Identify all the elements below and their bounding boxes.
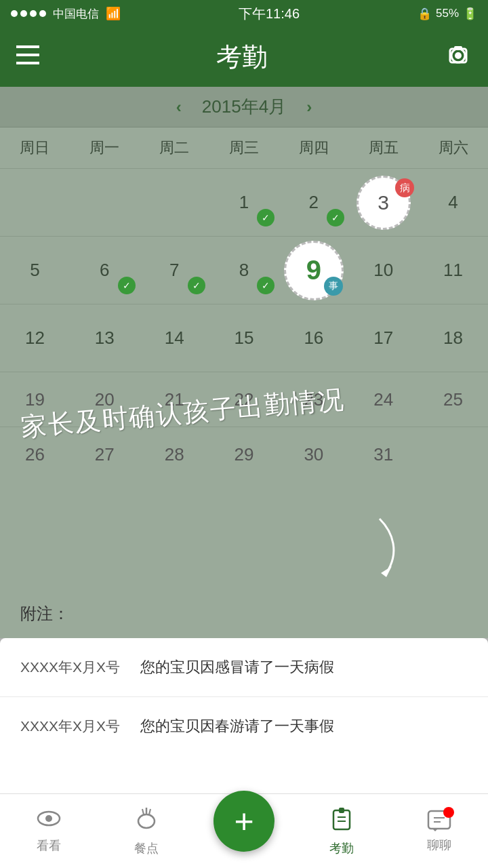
weekday-wed: 周三 — [209, 127, 279, 168]
annotation-label: 附注： — [20, 604, 69, 623]
weekday-thu: 周四 — [279, 127, 348, 168]
status-right: 🔒 55% 🔋 — [418, 7, 477, 21]
svg-rect-1 — [16, 54, 39, 56]
camera-button[interactable] — [445, 43, 472, 71]
calendar-day-10[interactable]: 10 — [348, 237, 418, 304]
calendar-day-15[interactable]: 15 — [209, 304, 279, 372]
check-badge-1: ✓ — [257, 209, 274, 226]
note-content-2: 您的宝贝因春游请了一天事假 — [140, 716, 334, 736]
svg-point-10 — [138, 814, 155, 828]
chat-badge — [443, 807, 454, 818]
calendar-day-17[interactable]: 17 — [348, 304, 418, 372]
calendar-day-3[interactable]: 3 病 — [348, 169, 418, 237]
calendar-day-6[interactable]: 6 ✓ — [70, 237, 140, 304]
weekday-header: 周日 周一 周二 周三 周四 周五 周六 — [0, 127, 488, 169]
calendar-cell-empty — [0, 169, 70, 237]
nav-fab[interactable]: + — [195, 811, 293, 852]
nav-item-kaoqin[interactable]: 考勤 — [293, 806, 390, 856]
svg-point-4 — [455, 52, 462, 59]
calendar-day-11[interactable]: 11 — [418, 237, 488, 304]
page-title: 考勤 — [216, 40, 268, 75]
calendar-day-5[interactable]: 5 — [0, 237, 70, 304]
sick-badge-3: 病 — [395, 178, 414, 197]
check-badge-7: ✓ — [188, 277, 205, 294]
attendance-icon — [331, 806, 352, 836]
svg-rect-6 — [454, 46, 462, 50]
svg-line-13 — [149, 809, 150, 814]
check-badge-8: ✓ — [257, 277, 274, 294]
handwriting-section: 19 20 21 22 23 24 25 26 27 28 29 30 31 家… — [0, 372, 488, 589]
week-2: 5 6 ✓ 7 ✓ 8 ✓ 9 事 10 11 — [0, 237, 488, 304]
note-item-2[interactable]: XXXX年X月X号 您的宝贝因春游请了一天事假 — [0, 697, 488, 755]
note-item-1[interactable]: XXXX年X月X号 您的宝贝因感冒请了一天病假 — [0, 638, 488, 697]
svg-rect-14 — [333, 810, 350, 829]
plus-icon: + — [234, 804, 253, 838]
arrow-annotation — [352, 512, 407, 583]
calendar-day-9[interactable]: 9 事 — [279, 237, 348, 304]
svg-line-12 — [142, 809, 144, 814]
calendar-day-25[interactable]: 25 — [418, 372, 488, 427]
calendar: 周日 周一 周二 周三 周四 周五 周六 1 ✓ 2 ✓ 3 病 4 — [0, 127, 488, 372]
carrier-label: 中国电信 — [53, 6, 99, 22]
calendar-day-29[interactable]: 29 — [209, 427, 279, 481]
annotation-section: 附注： — [0, 589, 488, 638]
svg-rect-0 — [16, 45, 39, 48]
chat-icon-wrapper — [427, 810, 451, 833]
calendar-day-31[interactable]: 31 — [348, 427, 418, 481]
calendar-day-1[interactable]: 1 ✓ — [209, 169, 279, 237]
calendar-day-8[interactable]: 8 ✓ — [209, 237, 279, 304]
calendar-day-12[interactable]: 12 — [0, 304, 70, 372]
bottom-nav: 看看 餐点 + 考勤 — [0, 793, 488, 868]
calendar-day-16[interactable]: 16 — [279, 304, 348, 372]
wifi-icon: 📶 — [106, 6, 121, 21]
nav-label-liaoliao: 聊聊 — [427, 837, 451, 853]
header: 考勤 — [0, 27, 488, 87]
calendar-cell-empty — [140, 169, 209, 237]
note-date-1: XXXX年X月X号 — [20, 658, 120, 677]
svg-rect-2 — [16, 62, 39, 64]
note-content-1: 您的宝贝因感冒请了一天病假 — [140, 657, 334, 677]
calendar-day-18[interactable]: 18 — [418, 304, 488, 372]
calendar-day-empty — [418, 427, 488, 481]
eye-icon — [37, 808, 61, 833]
fab-add-button[interactable]: + — [214, 791, 274, 852]
check-badge-2: ✓ — [327, 209, 344, 226]
calendar-day-24[interactable]: 24 — [348, 372, 418, 427]
status-time: 下午11:46 — [239, 5, 300, 23]
battery-label: 55% — [436, 7, 459, 20]
nav-label-kankan: 看看 — [37, 837, 61, 854]
weekday-tue: 周二 — [140, 127, 209, 168]
calendar-nav: ‹ 2015年4月 › — [0, 87, 488, 127]
prev-month-button[interactable]: ‹ — [176, 98, 182, 117]
svg-rect-17 — [339, 808, 344, 813]
food-icon — [136, 806, 157, 836]
nav-item-caidian[interactable]: 餐点 — [98, 806, 195, 856]
event-badge-9: 事 — [324, 277, 343, 296]
calendar-day-7[interactable]: 7 ✓ — [140, 237, 209, 304]
month-title: 2015年4月 — [202, 95, 286, 119]
status-bar: 中国电信 📶 下午11:46 🔒 55% 🔋 — [0, 0, 488, 27]
menu-button[interactable] — [16, 45, 39, 69]
svg-point-9 — [45, 815, 52, 822]
notes-panel: XXXX年X月X号 您的宝贝因感冒请了一天病假 XXXX年X月X号 您的宝贝因春… — [0, 638, 488, 755]
calendar-day-14[interactable]: 14 — [140, 304, 209, 372]
calendar-day-30[interactable]: 30 — [279, 427, 348, 481]
weekday-fri: 周五 — [348, 127, 418, 168]
calendar-cell-empty — [70, 169, 140, 237]
weekday-mon: 周一 — [70, 127, 140, 168]
lock-icon: 🔒 — [418, 7, 432, 21]
nav-item-kankan[interactable]: 看看 — [0, 808, 98, 854]
status-left: 中国电信 📶 — [11, 6, 121, 22]
weekday-sat: 周六 — [418, 127, 488, 168]
next-month-button[interactable]: › — [306, 98, 312, 117]
svg-marker-7 — [381, 566, 392, 577]
nav-label-caidian: 餐点 — [134, 840, 159, 856]
calendar-day-4[interactable]: 4 — [418, 169, 488, 237]
nav-item-liaoliao[interactable]: 聊聊 — [390, 810, 488, 853]
calendar-day-13[interactable]: 13 — [70, 304, 140, 372]
note-date-2: XXXX年X月X号 — [20, 717, 120, 736]
calendar-day-2[interactable]: 2 ✓ — [279, 169, 348, 237]
week-1: 1 ✓ 2 ✓ 3 病 4 — [0, 169, 488, 237]
week-3: 12 13 14 15 16 17 18 — [0, 304, 488, 372]
battery-icon: 🔋 — [463, 7, 477, 21]
